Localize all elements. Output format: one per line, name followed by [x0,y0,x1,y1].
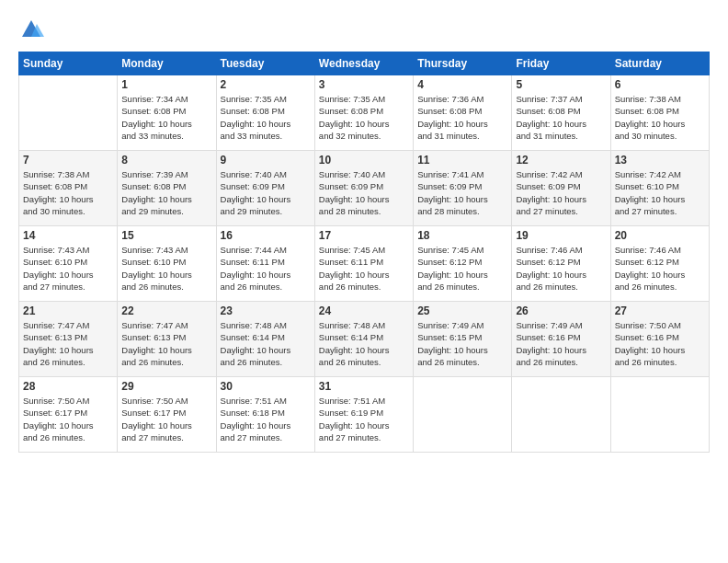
calendar-header-thursday: Thursday [414,52,512,75]
day-number: 24 [319,304,409,317]
day-info-text: Sunrise: 7:43 AM Sunset: 6:10 PM Dayligh… [23,244,113,293]
day-info-text: Sunrise: 7:36 AM Sunset: 6:08 PM Dayligh… [417,93,507,142]
day-number: 4 [417,78,507,91]
calendar-cell: 5Sunrise: 7:37 AM Sunset: 6:08 PM Daylig… [512,75,610,151]
calendar-cell: 19Sunrise: 7:46 AM Sunset: 6:12 PM Dayli… [512,226,610,302]
day-number: 6 [615,78,705,91]
calendar-header-monday: Monday [118,52,216,75]
day-info-text: Sunrise: 7:35 AM Sunset: 6:08 PM Dayligh… [319,93,409,142]
day-number: 2 [221,78,311,91]
calendar-cell: 29Sunrise: 7:50 AM Sunset: 6:17 PM Dayli… [118,377,216,453]
calendar-cell: 23Sunrise: 7:48 AM Sunset: 6:14 PM Dayli… [216,302,314,377]
calendar-header-saturday: Saturday [610,52,709,75]
day-number: 30 [221,380,311,393]
day-number: 10 [319,154,409,167]
day-number: 17 [319,229,409,242]
calendar-week-row: 14Sunrise: 7:43 AM Sunset: 6:10 PM Dayli… [19,226,710,302]
day-info-text: Sunrise: 7:40 AM Sunset: 6:09 PM Dayligh… [319,168,409,217]
header [18,17,710,42]
day-info-text: Sunrise: 7:42 AM Sunset: 6:09 PM Dayligh… [516,168,606,217]
day-info-text: Sunrise: 7:45 AM Sunset: 6:11 PM Dayligh… [319,244,409,293]
calendar-cell: 28Sunrise: 7:50 AM Sunset: 6:17 PM Dayli… [19,377,118,453]
calendar-week-row: 28Sunrise: 7:50 AM Sunset: 6:17 PM Dayli… [19,377,710,453]
day-info-text: Sunrise: 7:50 AM Sunset: 6:17 PM Dayligh… [121,395,211,443]
day-info-text: Sunrise: 7:46 AM Sunset: 6:12 PM Dayligh… [516,244,606,293]
day-number: 25 [417,304,507,317]
day-number: 29 [121,380,211,393]
day-info-text: Sunrise: 7:49 AM Sunset: 6:15 PM Dayligh… [417,319,507,368]
day-info-text: Sunrise: 7:34 AM Sunset: 6:08 PM Dayligh… [121,93,211,142]
day-info-text: Sunrise: 7:51 AM Sunset: 6:19 PM Dayligh… [319,395,409,443]
page: SundayMondayTuesdayWednesdayThursdayFrid… [0,0,728,563]
day-number: 23 [221,304,311,317]
calendar-cell: 14Sunrise: 7:43 AM Sunset: 6:10 PM Dayli… [19,226,118,302]
calendar-cell: 3Sunrise: 7:35 AM Sunset: 6:08 PM Daylig… [314,75,413,151]
day-info-text: Sunrise: 7:35 AM Sunset: 6:08 PM Dayligh… [221,93,311,142]
day-number: 27 [615,304,705,317]
calendar-cell: 16Sunrise: 7:44 AM Sunset: 6:11 PM Dayli… [216,226,314,302]
day-info-text: Sunrise: 7:48 AM Sunset: 6:14 PM Dayligh… [221,319,311,368]
calendar-cell: 7Sunrise: 7:38 AM Sunset: 6:08 PM Daylig… [19,151,118,226]
day-info-text: Sunrise: 7:38 AM Sunset: 6:08 PM Dayligh… [23,168,113,217]
day-info-text: Sunrise: 7:50 AM Sunset: 6:17 PM Dayligh… [23,395,113,443]
day-number: 11 [417,154,507,167]
day-number: 12 [516,154,606,167]
calendar-week-row: 7Sunrise: 7:38 AM Sunset: 6:08 PM Daylig… [19,151,710,226]
day-number: 21 [23,304,113,317]
day-info-text: Sunrise: 7:40 AM Sunset: 6:09 PM Dayligh… [221,168,311,217]
day-info-text: Sunrise: 7:39 AM Sunset: 6:08 PM Dayligh… [121,168,211,217]
day-info-text: Sunrise: 7:47 AM Sunset: 6:13 PM Dayligh… [121,319,211,368]
day-number: 31 [319,380,409,393]
calendar-cell [512,377,610,453]
calendar-cell: 6Sunrise: 7:38 AM Sunset: 6:08 PM Daylig… [610,75,709,151]
day-number: 28 [23,380,113,393]
day-number: 15 [121,229,211,242]
calendar-cell: 18Sunrise: 7:45 AM Sunset: 6:12 PM Dayli… [414,226,512,302]
day-number: 8 [121,154,211,167]
day-info-text: Sunrise: 7:51 AM Sunset: 6:18 PM Dayligh… [221,395,311,443]
calendar-cell [19,75,118,151]
calendar-header-wednesday: Wednesday [314,52,413,75]
calendar-cell: 22Sunrise: 7:47 AM Sunset: 6:13 PM Dayli… [118,302,216,377]
calendar-cell: 12Sunrise: 7:42 AM Sunset: 6:09 PM Dayli… [512,151,610,226]
calendar-cell [414,377,512,453]
calendar-header-tuesday: Tuesday [216,52,314,75]
day-info-text: Sunrise: 7:41 AM Sunset: 6:09 PM Dayligh… [417,168,507,217]
calendar-cell: 13Sunrise: 7:42 AM Sunset: 6:10 PM Dayli… [610,151,709,226]
day-info-text: Sunrise: 7:45 AM Sunset: 6:12 PM Dayligh… [417,244,507,293]
day-number: 22 [121,304,211,317]
calendar-header-friday: Friday [512,52,610,75]
day-number: 7 [23,154,113,167]
calendar-cell: 4Sunrise: 7:36 AM Sunset: 6:08 PM Daylig… [414,75,512,151]
calendar-cell: 27Sunrise: 7:50 AM Sunset: 6:16 PM Dayli… [610,302,709,377]
calendar-cell: 11Sunrise: 7:41 AM Sunset: 6:09 PM Dayli… [414,151,512,226]
calendar-cell: 26Sunrise: 7:49 AM Sunset: 6:16 PM Dayli… [512,302,610,377]
day-info-text: Sunrise: 7:48 AM Sunset: 6:14 PM Dayligh… [319,319,409,368]
day-info-text: Sunrise: 7:46 AM Sunset: 6:12 PM Dayligh… [615,244,705,293]
calendar-cell: 2Sunrise: 7:35 AM Sunset: 6:08 PM Daylig… [216,75,314,151]
calendar-cell [610,377,709,453]
day-info-text: Sunrise: 7:44 AM Sunset: 6:11 PM Dayligh… [221,244,311,293]
calendar-cell: 17Sunrise: 7:45 AM Sunset: 6:11 PM Dayli… [314,226,413,302]
day-number: 13 [615,154,705,167]
calendar-header-row: SundayMondayTuesdayWednesdayThursdayFrid… [19,52,710,75]
calendar-cell: 31Sunrise: 7:51 AM Sunset: 6:19 PM Dayli… [314,377,413,453]
calendar-cell: 10Sunrise: 7:40 AM Sunset: 6:09 PM Dayli… [314,151,413,226]
day-info-text: Sunrise: 7:43 AM Sunset: 6:10 PM Dayligh… [121,244,211,293]
calendar-header-sunday: Sunday [19,52,118,75]
logo-icon [18,17,44,42]
calendar-cell: 1Sunrise: 7:34 AM Sunset: 6:08 PM Daylig… [118,75,216,151]
day-number: 5 [516,78,606,91]
calendar-cell: 15Sunrise: 7:43 AM Sunset: 6:10 PM Dayli… [118,226,216,302]
day-number: 16 [221,229,311,242]
calendar-cell: 9Sunrise: 7:40 AM Sunset: 6:09 PM Daylig… [216,151,314,226]
calendar-week-row: 1Sunrise: 7:34 AM Sunset: 6:08 PM Daylig… [19,75,710,151]
day-number: 9 [221,154,311,167]
calendar-cell: 30Sunrise: 7:51 AM Sunset: 6:18 PM Dayli… [216,377,314,453]
day-info-text: Sunrise: 7:42 AM Sunset: 6:10 PM Dayligh… [615,168,705,217]
calendar-cell: 20Sunrise: 7:46 AM Sunset: 6:12 PM Dayli… [610,226,709,302]
day-info-text: Sunrise: 7:49 AM Sunset: 6:16 PM Dayligh… [516,319,606,368]
day-number: 20 [615,229,705,242]
day-info-text: Sunrise: 7:47 AM Sunset: 6:13 PM Dayligh… [23,319,113,368]
day-number: 26 [516,304,606,317]
